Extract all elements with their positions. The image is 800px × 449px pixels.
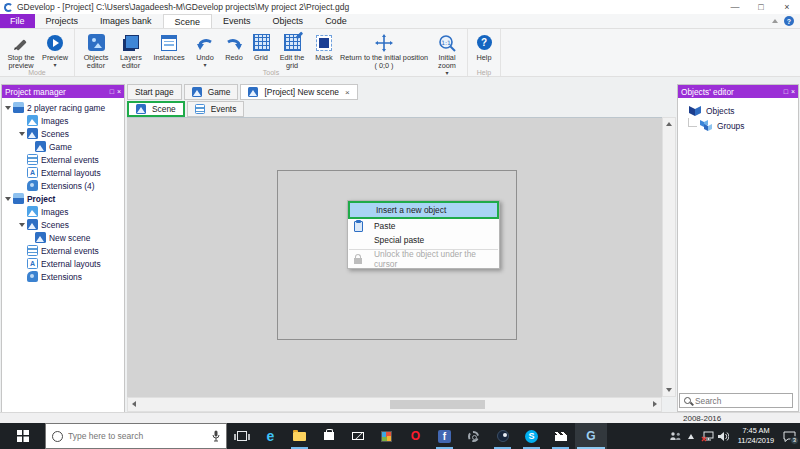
tree-item-extensions[interactable]: Extensions (2, 270, 124, 283)
collapse-arrow-icon[interactable] (19, 223, 27, 227)
tree-item-groups[interactable]: Groups (678, 118, 798, 133)
maximize-button[interactable]: □ (748, 2, 774, 12)
action-center-button[interactable]: 3 (782, 431, 796, 442)
tree-item-external-layouts[interactable]: External layouts (2, 166, 124, 179)
instances-button[interactable]: Instances (148, 31, 190, 63)
taskbar-search-box[interactable] (45, 423, 227, 449)
preview-button[interactable]: Preview ▾ (39, 31, 71, 69)
collapse-arrow-icon[interactable] (5, 106, 13, 110)
microphone-icon[interactable] (212, 430, 220, 442)
menu-tab-images-bank[interactable]: Images bank (89, 14, 163, 28)
panel-close-icon[interactable]: × (117, 88, 121, 95)
undo-label: Undo (196, 54, 213, 62)
redo-button[interactable]: Redo (220, 31, 248, 63)
return-initial-position-button[interactable]: Return to the initial position ( 0;0 ) (338, 31, 430, 71)
tab-new-scene[interactable]: [Project] New scene × (240, 84, 357, 100)
menu-tab-projects[interactable]: Projects (35, 14, 90, 28)
collapse-arrow-icon[interactable] (19, 132, 27, 136)
project-manager-panel: Project manager □ × 2 player racing game… (1, 84, 125, 413)
preview-dropdown-icon[interactable]: ▾ (53, 62, 56, 68)
panel-restore-icon[interactable]: □ (110, 88, 114, 95)
tab-scene-view[interactable]: Scene (127, 101, 185, 117)
stop-preview-button[interactable]: Stop the preview (3, 31, 39, 71)
tab-start-page[interactable]: Start page (127, 84, 182, 100)
panel-close-icon[interactable]: × (791, 88, 795, 95)
edit-grid-button[interactable]: Edit the grid (274, 31, 310, 71)
redo-icon (224, 32, 244, 53)
project-manager-title: Project manager (5, 87, 107, 97)
tree-item-scenes[interactable]: Scenes (2, 127, 124, 140)
minimize-button[interactable]: — (722, 2, 748, 12)
grid-button[interactable]: Grid (248, 31, 274, 63)
tree-item-new-scene[interactable]: New scene (2, 231, 124, 244)
status-bar: 2008-2016 (0, 412, 800, 423)
taskbar-search-input[interactable] (68, 431, 207, 441)
store-button[interactable] (314, 423, 343, 449)
tab-game[interactable]: Game (184, 84, 239, 100)
scrollbar-thumb[interactable] (390, 400, 485, 409)
menu-item-paste[interactable]: Paste (348, 219, 499, 233)
mail-button[interactable] (343, 423, 372, 449)
layers-editor-button[interactable]: Layers editor (114, 31, 148, 71)
steam-button[interactable] (488, 423, 517, 449)
facebook-button[interactable] (430, 423, 459, 449)
search-input[interactable] (695, 396, 788, 406)
task-view-button[interactable] (227, 423, 256, 449)
movies-button[interactable] (546, 423, 575, 449)
close-button[interactable]: × (774, 2, 800, 12)
tree-item-game-scene[interactable]: Game (2, 140, 124, 153)
tree-item-images[interactable]: Images (2, 205, 124, 218)
close-tab-icon[interactable]: × (345, 88, 350, 97)
menu-tab-scene[interactable]: Scene (163, 14, 213, 28)
menu-tab-objects[interactable]: Objects (262, 14, 315, 28)
panel-restore-icon[interactable]: □ (784, 88, 788, 95)
tree-item-external-layouts[interactable]: External layouts (2, 257, 124, 270)
scroll-right-icon[interactable] (649, 398, 661, 410)
scene-icon (136, 104, 146, 114)
task-view-icon (237, 431, 247, 441)
ribbon-help-icon[interactable] (784, 16, 794, 26)
tree-item-project[interactable]: Project (2, 192, 124, 205)
tree-item-racing-game[interactable]: 2 player racing game (2, 101, 124, 114)
collapse-ribbon-icon[interactable] (772, 19, 778, 23)
menu-item-insert-new-object[interactable]: Insert a new object (348, 201, 499, 219)
menu-tab-code[interactable]: Code (314, 14, 358, 28)
photos-button[interactable] (372, 423, 401, 449)
tab-events-view[interactable]: Events (187, 101, 245, 117)
menu-item-special-paste[interactable]: Special paste (348, 233, 499, 247)
menu-tab-file[interactable]: File (0, 14, 35, 28)
help-button[interactable]: Help (471, 31, 497, 63)
scroll-up-icon[interactable] (663, 118, 675, 130)
tree-item-extensions[interactable]: Extensions (4) (2, 179, 124, 192)
vertical-scrollbar[interactable] (662, 117, 676, 397)
menu-tab-events[interactable]: Events (212, 14, 262, 28)
tree-item-scenes[interactable]: Scenes (2, 218, 124, 231)
mask-button[interactable]: Mask (310, 31, 338, 63)
start-button[interactable] (0, 423, 45, 449)
settings-button[interactable] (459, 423, 488, 449)
scroll-down-icon[interactable] (663, 384, 675, 396)
people-icon[interactable] (668, 431, 682, 441)
books-group-icon (699, 119, 713, 132)
edge-button[interactable] (256, 423, 285, 449)
objects-editor-button[interactable]: Objects editor (78, 31, 114, 71)
taskbar-clock[interactable]: 7:45 AM 11/24/2019 (732, 426, 780, 445)
scroll-left-icon[interactable] (128, 398, 140, 410)
speaker-icon[interactable] (716, 431, 730, 442)
network-no-internet-icon[interactable] (700, 431, 714, 442)
objects-search-box[interactable] (679, 393, 793, 408)
opera-button[interactable] (401, 423, 430, 449)
file-explorer-button[interactable] (285, 423, 314, 449)
mask-label: Mask (315, 54, 332, 62)
undo-button[interactable]: Undo ▾ (190, 31, 220, 69)
chevron-up-icon[interactable] (684, 434, 698, 439)
horizontal-scrollbar[interactable] (127, 397, 662, 412)
tree-item-images[interactable]: Images (2, 114, 124, 127)
tree-item-objects[interactable]: Objects (678, 103, 798, 118)
collapse-arrow-icon[interactable] (5, 197, 13, 201)
tree-item-external-events[interactable]: External events (2, 244, 124, 257)
gdevelop-taskbar-button[interactable] (575, 423, 607, 449)
skype-button[interactable] (517, 423, 546, 449)
undo-dropdown-icon[interactable]: ▾ (203, 62, 206, 68)
tree-item-external-events[interactable]: External events (2, 153, 124, 166)
